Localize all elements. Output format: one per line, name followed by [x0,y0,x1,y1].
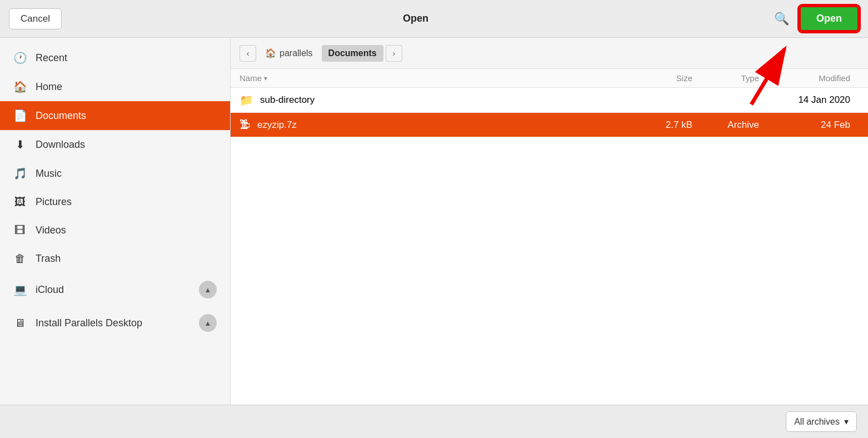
file-modified: 14 Jan 2020 [770,94,859,106]
sidebar-item-label-downloads: Downloads [36,139,85,151]
home-icon: 🏠 [265,48,276,58]
dropdown-label: All archives [794,417,840,427]
sort-icon: ▾ [264,74,267,82]
file-type: Archive [704,120,770,131]
file-size: 2.7 kB [637,120,704,131]
sidebar-item-label-recent: Recent [36,52,67,64]
documents-icon: 📄 [13,109,27,122]
breadcrumb-home-label: parallels [280,48,313,58]
column-name[interactable]: Name ▾ [240,73,637,83]
table-row[interactable]: 🗜ezyzip.7z2.7 kBArchive24 Feb [231,113,868,137]
file-list-header: Name ▾ Size Type Modified [231,69,868,88]
sidebar-item-label-music: Music [36,168,62,180]
table-row[interactable]: 📁sub-directory14 Jan 2020 [231,88,868,113]
sidebar-item-label-documents: Documents [36,110,86,122]
breadcrumb-home[interactable]: 🏠 parallels [258,44,320,62]
sidebar-item-icloud[interactable]: 💻iCloud▲ [0,273,230,306]
forward-button[interactable]: › [386,45,402,62]
icloud-icon: 💻 [13,283,27,296]
sidebar-item-videos[interactable]: 🎞Videos [0,216,230,245]
sidebar-item-label-home: Home [36,81,62,93]
chevron-down-icon: ▾ [844,416,849,427]
home-icon: 🏠 [13,80,27,93]
pictures-icon: 🖼 [13,196,27,208]
install-parallels-icon: 🖥 [13,317,27,330]
sidebar-item-pictures[interactable]: 🖼Pictures [0,188,230,216]
videos-icon: 🎞 [13,224,27,237]
column-size[interactable]: Size [637,73,704,83]
breadcrumb-current-label: Documents [328,48,377,58]
cancel-button[interactable]: Cancel [9,8,62,29]
search-icon: 🔍 [774,12,789,26]
downloads-icon: ⬇ [13,138,27,151]
dialog-body: 🕐Recent🏠Home📄Documents⬇Downloads🎵Music🖼P… [0,38,868,405]
eject-button-icloud[interactable]: ▲ [199,281,217,298]
back-button[interactable]: ‹ [240,45,256,62]
sidebar-item-downloads[interactable]: ⬇Downloads [0,130,230,159]
sidebar-item-home[interactable]: 🏠Home [0,72,230,101]
open-dialog: Cancel Open 🔍 Open 🕐Recent🏠Home📄Document… [0,0,868,438]
sidebar-item-recent[interactable]: 🕐Recent [0,43,230,72]
main-content: ‹ 🏠 parallels Documents › Name ▾ [231,38,868,405]
file-type-dropdown[interactable]: All archives ▾ [786,411,857,432]
search-button[interactable]: 🔍 [770,9,794,28]
dialog-footer: All archives ▾ [0,405,868,438]
sidebar: 🕐Recent🏠Home📄Documents⬇Downloads🎵Music🖼P… [0,38,231,405]
file-name: ezyzip.7z [257,120,637,131]
dialog-title: Open [62,13,770,24]
sidebar-item-music[interactable]: 🎵Music [0,159,230,188]
open-button[interactable]: Open [799,6,859,32]
sidebar-item-label-pictures: Pictures [36,196,72,208]
breadcrumb-bar: ‹ 🏠 parallels Documents › [231,38,868,69]
sidebar-item-install-parallels[interactable]: 🖥Install Parallels Desktop▲ [0,306,230,340]
recent-icon: 🕐 [13,51,27,64]
column-type[interactable]: Type [704,73,770,83]
sidebar-item-documents[interactable]: 📄Documents [0,101,230,130]
file-modified: 24 Feb [770,120,859,131]
main-wrapper: ‹ 🏠 parallels Documents › Name ▾ [231,38,868,405]
eject-button-install-parallels[interactable]: ▲ [199,314,217,332]
header-right: 🔍 Open [770,6,859,32]
sidebar-item-label-icloud: iCloud [36,284,64,296]
sidebar-item-label-trash: Trash [36,253,61,265]
file-icon: 📁 [240,93,253,107]
dialog-header: Cancel Open 🔍 Open [0,0,868,38]
trash-icon: 🗑 [13,252,27,265]
sidebar-item-label-videos: Videos [36,225,66,236]
sidebar-item-trash[interactable]: 🗑Trash [0,245,230,273]
breadcrumb-current[interactable]: Documents [322,45,383,62]
music-icon: 🎵 [13,167,27,180]
file-icon: 🗜 [240,118,251,131]
file-name: sub-directory [260,94,637,106]
column-modified[interactable]: Modified [770,73,859,83]
file-list: 📁sub-directory14 Jan 2020🗜ezyzip.7z2.7 k… [231,88,868,405]
sidebar-item-label-install-parallels: Install Parallels Desktop [36,317,142,329]
